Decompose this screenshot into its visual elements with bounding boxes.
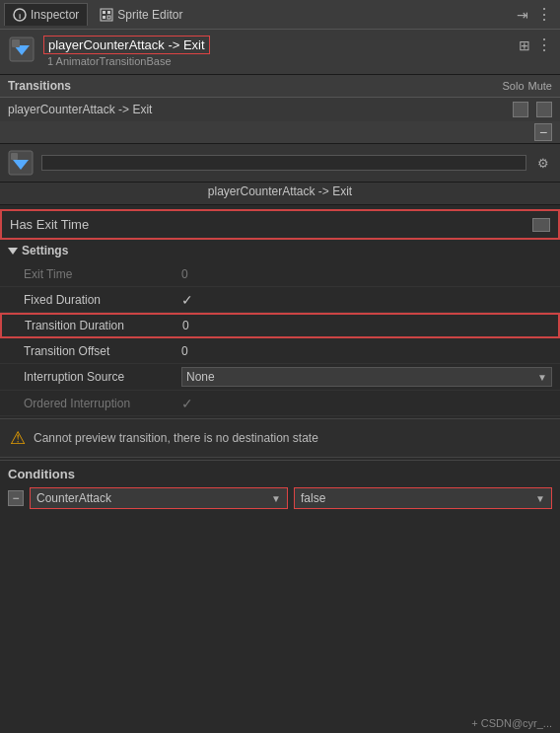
svg-rect-3 — [103, 11, 105, 14]
warning-text: Cannot preview transition, there is no d… — [34, 431, 318, 445]
interruption-dropdown-arrow: ▼ — [537, 372, 547, 383]
warning-row: ⚠ Cannot preview transition, there is no… — [0, 418, 560, 458]
settings-label: Settings — [22, 244, 68, 257]
condition-value-dropdown[interactable]: false ▼ — [294, 487, 552, 509]
ordered-interruption-row: Ordered Interruption ✓ — [0, 391, 560, 416]
transitions-label: Transitions — [8, 79, 503, 93]
condition-row: − CounterAttack ▼ false ▼ — [8, 487, 552, 509]
ordered-interruption-label: Ordered Interruption — [24, 397, 181, 410]
transitions-section: Transitions Solo Mute playerCounterAttac… — [0, 75, 560, 144]
warning-icon: ⚠ — [10, 427, 26, 449]
transitions-row: playerCounterAttack -> Exit — [0, 98, 560, 121]
tab-bar: i Inspector Sprite Editor ⇥ ⋮ — [0, 0, 560, 30]
svg-rect-9 — [12, 39, 20, 47]
transition-duration-row: Transition Duration 0 — [0, 313, 560, 338]
sprite-icon — [100, 8, 113, 22]
svg-rect-4 — [107, 11, 110, 14]
title-text-group: playerCounterAttack -> Exit 1 AnimatorTr… — [43, 36, 210, 68]
ordered-interruption-checkbox[interactable]: ✓ — [181, 396, 193, 411]
transition-duration-value: 0 — [182, 319, 551, 332]
condition-name-dropdown[interactable]: CounterAttack ▼ — [30, 487, 288, 509]
interruption-source-row: Interruption Source None ▼ — [0, 364, 560, 391]
transition-duration-label: Transition Duration — [25, 319, 182, 332]
has-exit-time-checkbox[interactable] — [532, 218, 550, 232]
interruption-source-label: Interruption Source — [24, 370, 181, 384]
solo-toggle[interactable] — [513, 102, 528, 117]
tab-actions: ⇥ ⋮ — [517, 5, 556, 24]
mute-toggle[interactable] — [536, 102, 552, 117]
has-exit-time-row: Has Exit Time — [0, 209, 560, 240]
bottom-bar-text: + CSDN@cyr_... — [471, 717, 552, 729]
transition-offset-label: Transition Offset — [24, 344, 181, 358]
mute-label: Mute — [528, 80, 552, 92]
title-sub: 1 AnimatorTransitionBase — [43, 54, 210, 68]
sub-section: ⚙ — [0, 144, 560, 183]
conditions-label: Conditions — [8, 467, 552, 481]
sub-label: playerCounterAttack -> Exit — [0, 183, 560, 205]
transition-icon — [8, 150, 34, 176]
dock-icon[interactable]: ⇥ — [517, 7, 528, 23]
layout-icon[interactable]: ⊞ — [519, 37, 530, 53]
solo-label: Solo — [503, 80, 525, 92]
fixed-duration-checkbox[interactable]: ✓ — [181, 292, 193, 308]
tab-sprite-editor-label: Sprite Editor — [117, 8, 182, 22]
tab-list: i Inspector Sprite Editor — [4, 3, 190, 26]
svg-text:i: i — [19, 12, 21, 21]
has-exit-time-label: Has Exit Time — [10, 217, 525, 232]
tab-inspector-label: Inspector — [31, 8, 79, 22]
transition-offset-row: Transition Offset 0 — [0, 338, 560, 364]
tab-inspector[interactable]: i Inspector — [4, 3, 88, 26]
exit-time-label: Exit Time — [24, 267, 181, 281]
inspector-icon: i — [13, 8, 27, 22]
fixed-duration-row: Fixed Duration ✓ — [0, 287, 560, 313]
conditions-section: Conditions − CounterAttack ▼ false ▼ — [0, 460, 560, 515]
title-block: playerCounterAttack -> Exit 1 AnimatorTr… — [0, 30, 560, 75]
condition-name-arrow: ▼ — [271, 493, 281, 504]
svg-rect-12 — [11, 153, 18, 160]
settings-collapse-icon — [8, 248, 18, 255]
more-icon[interactable]: ⋮ — [536, 5, 552, 24]
gear-button[interactable]: ⚙ — [534, 154, 552, 172]
tab-sprite-editor[interactable]: Sprite Editor — [92, 4, 190, 26]
title-actions: ⊞ ⋮ — [519, 36, 552, 54]
fixed-duration-label: Fixed Duration — [24, 293, 181, 307]
exit-time-row: Exit Time 0 — [0, 261, 560, 287]
transitions-header: Transitions Solo Mute — [0, 75, 560, 98]
progress-bar — [41, 155, 526, 171]
exit-time-value: 0 — [181, 267, 552, 281]
svg-rect-6 — [107, 16, 110, 19]
interruption-source-dropdown[interactable]: None ▼ — [181, 367, 552, 387]
bottom-bar: + CSDN@cyr_... — [463, 713, 560, 733]
down-arrow-icon — [8, 36, 35, 63]
title-main: playerCounterAttack -> Exit — [43, 36, 210, 54]
transitions-row-label: playerCounterAttack -> Exit — [8, 103, 505, 116]
settings-header[interactable]: Settings — [0, 240, 560, 261]
condition-value-arrow: ▼ — [535, 493, 545, 504]
transitions-footer: − — [0, 121, 560, 143]
transitions-solo-mute: Solo Mute — [503, 80, 553, 92]
remove-transition-button[interactable]: − — [534, 123, 552, 141]
more-icon-title[interactable]: ⋮ — [536, 36, 552, 54]
remove-condition-button[interactable]: − — [8, 490, 24, 506]
svg-rect-5 — [103, 16, 105, 19]
transition-offset-value: 0 — [181, 344, 552, 358]
